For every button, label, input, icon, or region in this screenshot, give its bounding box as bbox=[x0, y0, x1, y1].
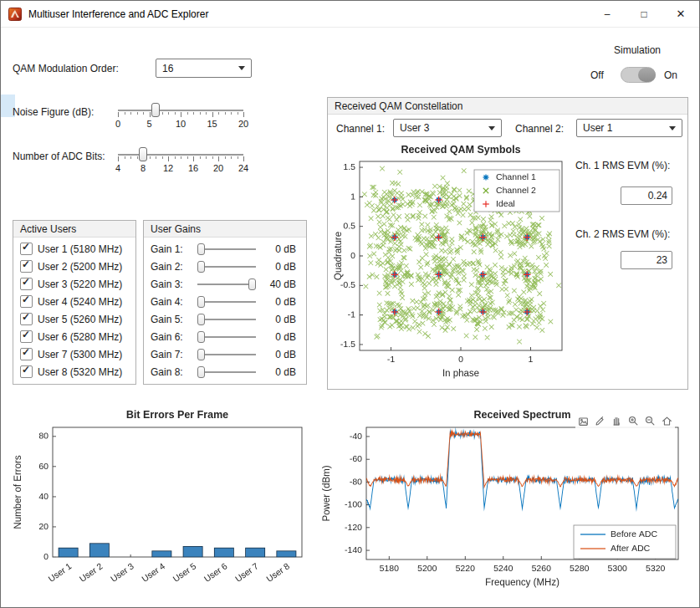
switch-off-label: Off bbox=[590, 69, 604, 81]
slider-tick bbox=[125, 112, 125, 115]
gain-slider[interactable] bbox=[197, 260, 256, 273]
slider-tick-label: 20 bbox=[238, 119, 248, 129]
ch1-evm-field[interactable]: 0.24 bbox=[621, 186, 672, 205]
active-user-row[interactable]: ✓User 4 (5240 MHz) bbox=[13, 293, 135, 310]
checkmark-icon: ✓ bbox=[22, 346, 30, 358]
checkbox[interactable]: ✓ bbox=[20, 348, 33, 360]
slider-track bbox=[197, 284, 256, 285]
gain-label: Gain 6: bbox=[151, 331, 192, 343]
slider-tick bbox=[238, 112, 238, 115]
slider-tick bbox=[225, 112, 226, 115]
active-users-panel: Active Users ✓User 1 (5180 MHz)✓User 2 (… bbox=[13, 220, 136, 385]
gain-row: Gain 3:40 dB bbox=[144, 275, 306, 293]
slider-track bbox=[197, 354, 256, 355]
slider-tick bbox=[231, 156, 232, 159]
slider-tick bbox=[187, 156, 188, 159]
gain-value: 0 dB bbox=[275, 261, 296, 273]
slider-thumb[interactable] bbox=[197, 314, 205, 325]
gain-slider[interactable] bbox=[197, 313, 256, 326]
slider-tick-label: 16 bbox=[188, 163, 198, 173]
slider-track bbox=[197, 266, 256, 268]
active-user-row[interactable]: ✓User 3 (5220 MHz) bbox=[13, 275, 135, 293]
slider-thumb[interactable] bbox=[197, 349, 205, 360]
slider-tick bbox=[175, 156, 176, 159]
slider-tick-label: 12 bbox=[163, 163, 173, 173]
active-user-row[interactable]: ✓User 1 (5180 MHz) bbox=[13, 240, 135, 258]
active-user-row[interactable]: ✓User 8 (5320 MHz) bbox=[13, 363, 135, 381]
gain-row: Gain 6:0 dB bbox=[144, 328, 306, 345]
active-user-row[interactable]: ✓User 2 (5200 MHz) bbox=[13, 258, 135, 275]
checkbox[interactable]: ✓ bbox=[20, 243, 33, 255]
gain-slider[interactable] bbox=[197, 243, 256, 256]
gain-row: Gain 4:0 dB bbox=[144, 293, 306, 310]
slider-thumb[interactable] bbox=[197, 296, 205, 308]
app-icon bbox=[8, 8, 22, 21]
active-user-row[interactable]: ✓User 5 (5260 MHz) bbox=[13, 310, 135, 328]
checkbox[interactable]: ✓ bbox=[20, 313, 33, 325]
slider-thumb[interactable] bbox=[197, 331, 205, 343]
slider-thumb[interactable] bbox=[197, 261, 205, 273]
bit-errors-chart-canvas[interactable] bbox=[8, 406, 315, 606]
chevron-down-icon bbox=[669, 126, 676, 130]
active-user-row[interactable]: ✓User 7 (5300 MHz) bbox=[13, 345, 135, 363]
switch-knob[interactable] bbox=[638, 68, 656, 82]
slider-tick-label: 20 bbox=[213, 163, 223, 173]
gain-slider[interactable] bbox=[197, 348, 256, 361]
checkbox-label: User 5 (5260 MHz) bbox=[38, 314, 122, 325]
home-icon[interactable] bbox=[660, 414, 674, 428]
qam-order-dropdown[interactable]: 16 bbox=[156, 59, 252, 78]
brush-icon[interactable] bbox=[593, 414, 607, 428]
simulation-switch[interactable] bbox=[621, 67, 656, 83]
zoom-out-icon[interactable] bbox=[643, 414, 657, 428]
export-icon[interactable] bbox=[576, 414, 590, 428]
checkbox-label: User 4 (5240 MHz) bbox=[38, 296, 122, 308]
checkmark-icon: ✓ bbox=[22, 311, 30, 323]
checkbox[interactable]: ✓ bbox=[20, 365, 33, 378]
checkbox[interactable]: ✓ bbox=[20, 260, 33, 273]
checkbox[interactable]: ✓ bbox=[20, 278, 33, 290]
minimize-button[interactable]: – bbox=[589, 1, 626, 27]
slider-tick bbox=[118, 156, 119, 161]
gain-slider[interactable] bbox=[197, 330, 256, 344]
gain-row: Gain 8:0 dB bbox=[144, 363, 306, 381]
slider-tick bbox=[243, 112, 244, 117]
slider-tick-label: 5 bbox=[146, 119, 151, 129]
slider-thumb[interactable] bbox=[197, 366, 205, 378]
gain-slider[interactable] bbox=[197, 365, 256, 379]
ch2-evm-label: Ch. 2 RMS EVM (%): bbox=[575, 228, 670, 240]
constellation-plot-canvas[interactable] bbox=[330, 141, 574, 389]
pan-icon[interactable] bbox=[610, 414, 624, 428]
channel2-dropdown[interactable]: User 1 bbox=[576, 119, 682, 137]
slider-track bbox=[197, 371, 256, 373]
window-title: Multiuser Interference and ADC Explorer bbox=[28, 8, 208, 20]
slider-track bbox=[197, 336, 256, 338]
zoom-in-icon[interactable] bbox=[626, 414, 641, 428]
noise-figure-slider[interactable]: 05101520 bbox=[118, 103, 243, 133]
slider-thumb[interactable] bbox=[197, 243, 205, 255]
slider-tick bbox=[175, 112, 176, 115]
spectrum-chart-canvas[interactable] bbox=[317, 406, 695, 606]
close-button[interactable]: ✕ bbox=[662, 1, 699, 27]
channel1-dropdown[interactable]: User 3 bbox=[393, 119, 502, 137]
slider-thumb[interactable] bbox=[248, 278, 256, 290]
gain-slider[interactable] bbox=[197, 295, 256, 309]
app-window: Multiuser Interference and ADC Explorer … bbox=[0, 0, 700, 608]
checkbox[interactable]: ✓ bbox=[20, 295, 33, 308]
gain-value: 0 dB bbox=[275, 331, 296, 343]
slider-tick bbox=[150, 156, 151, 159]
adc-bits-slider[interactable]: 4812162024 bbox=[118, 147, 243, 177]
slider-tick bbox=[130, 112, 131, 115]
slider-track bbox=[118, 110, 243, 111]
slider-track bbox=[118, 154, 243, 156]
slider-tick-label: 15 bbox=[207, 119, 217, 129]
slider-thumb[interactable] bbox=[151, 103, 160, 117]
checkbox[interactable]: ✓ bbox=[20, 330, 33, 343]
gain-slider[interactable] bbox=[197, 278, 256, 291]
slider-thumb[interactable] bbox=[139, 147, 147, 161]
maximize-button[interactable]: □ bbox=[626, 1, 662, 27]
active-user-row[interactable]: ✓User 6 (5280 MHz) bbox=[13, 328, 135, 345]
active-users-panel-title: Active Users bbox=[13, 221, 135, 238]
channel2-value: User 1 bbox=[583, 122, 612, 134]
slider-tick bbox=[162, 156, 163, 159]
ch2-evm-field[interactable]: 23 bbox=[621, 251, 672, 269]
